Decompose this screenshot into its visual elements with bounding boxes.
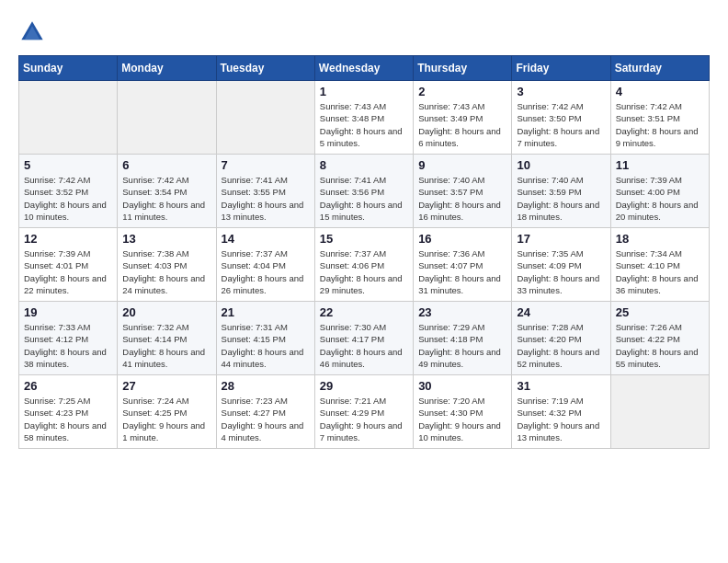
day-info: Sunrise: 7:35 AMSunset: 4:09 PMDaylight:…: [517, 247, 605, 296]
calendar-cell: 27Sunrise: 7:24 AMSunset: 4:25 PMDayligh…: [118, 375, 216, 449]
calendar-cell: 10Sunrise: 7:40 AMSunset: 3:59 PMDayligh…: [512, 155, 610, 228]
calendar-cell: 26Sunrise: 7:25 AMSunset: 4:23 PMDayligh…: [19, 375, 118, 449]
day-number: 31: [517, 379, 605, 393]
calendar-cell: 8Sunrise: 7:41 AMSunset: 3:56 PMDaylight…: [314, 155, 413, 228]
day-number: 6: [122, 158, 210, 172]
calendar-cell: [118, 81, 216, 155]
day-number: 19: [24, 305, 112, 319]
weekday-header-sunday: Sunday: [19, 56, 118, 81]
calendar-cell: 9Sunrise: 7:40 AMSunset: 3:57 PMDaylight…: [414, 155, 512, 228]
calendar-cell: 12Sunrise: 7:39 AMSunset: 4:01 PMDayligh…: [19, 228, 118, 302]
day-info: Sunrise: 7:37 AMSunset: 4:06 PMDaylight:…: [320, 247, 408, 296]
calendar-cell: 2Sunrise: 7:43 AMSunset: 3:49 PMDaylight…: [414, 81, 512, 155]
day-number: 15: [320, 232, 408, 246]
weekday-header-friday: Friday: [512, 56, 610, 81]
day-info: Sunrise: 7:43 AMSunset: 3:49 PMDaylight:…: [418, 100, 506, 149]
calendar-cell: [610, 375, 709, 449]
day-info: Sunrise: 7:38 AMSunset: 4:03 PMDaylight:…: [122, 247, 210, 296]
calendar-week-5: 26Sunrise: 7:25 AMSunset: 4:23 PMDayligh…: [19, 375, 710, 449]
calendar-week-1: 1Sunrise: 7:43 AMSunset: 3:48 PMDaylight…: [19, 81, 710, 155]
day-info: Sunrise: 7:39 AMSunset: 4:01 PMDaylight:…: [24, 247, 112, 296]
weekday-header-monday: Monday: [118, 56, 216, 81]
calendar-cell: 11Sunrise: 7:39 AMSunset: 4:00 PMDayligh…: [610, 155, 709, 228]
day-number: 17: [517, 232, 605, 246]
day-number: 1: [320, 85, 408, 98]
calendar-cell: 17Sunrise: 7:35 AMSunset: 4:09 PMDayligh…: [512, 228, 610, 302]
calendar-cell: [216, 81, 314, 155]
day-number: 11: [616, 158, 704, 172]
day-number: 12: [24, 232, 112, 246]
day-number: 2: [418, 85, 506, 98]
calendar-week-4: 19Sunrise: 7:33 AMSunset: 4:12 PMDayligh…: [19, 302, 710, 375]
calendar-cell: 18Sunrise: 7:34 AMSunset: 4:10 PMDayligh…: [610, 228, 709, 302]
day-info: Sunrise: 7:41 AMSunset: 3:55 PMDaylight:…: [222, 174, 310, 223]
calendar-table: SundayMondayTuesdayWednesdayThursdayFrid…: [18, 55, 710, 449]
calendar-cell: 21Sunrise: 7:31 AMSunset: 4:15 PMDayligh…: [216, 302, 314, 375]
day-info: Sunrise: 7:20 AMSunset: 4:30 PMDaylight:…: [418, 395, 506, 443]
calendar-cell: 19Sunrise: 7:33 AMSunset: 4:12 PMDayligh…: [19, 302, 118, 375]
calendar-week-3: 12Sunrise: 7:39 AMSunset: 4:01 PMDayligh…: [19, 228, 710, 302]
day-number: 18: [616, 232, 704, 246]
day-number: 14: [222, 232, 310, 246]
day-info: Sunrise: 7:42 AMSunset: 3:54 PMDaylight:…: [122, 174, 210, 223]
calendar-cell: 6Sunrise: 7:42 AMSunset: 3:54 PMDaylight…: [118, 155, 216, 228]
calendar-cell: 5Sunrise: 7:42 AMSunset: 3:52 PMDaylight…: [19, 155, 118, 228]
day-number: 23: [418, 305, 506, 319]
day-info: Sunrise: 7:30 AMSunset: 4:17 PMDaylight:…: [320, 321, 408, 370]
day-info: Sunrise: 7:19 AMSunset: 4:32 PMDaylight:…: [517, 395, 605, 443]
day-info: Sunrise: 7:21 AMSunset: 4:29 PMDaylight:…: [320, 395, 408, 443]
day-number: 16: [418, 232, 506, 246]
calendar-cell: 24Sunrise: 7:28 AMSunset: 4:20 PMDayligh…: [512, 302, 610, 375]
day-number: 20: [122, 305, 210, 319]
calendar-cell: 22Sunrise: 7:30 AMSunset: 4:17 PMDayligh…: [314, 302, 413, 375]
day-number: 10: [517, 158, 605, 172]
day-number: 25: [616, 305, 704, 319]
calendar-cell: 13Sunrise: 7:38 AMSunset: 4:03 PMDayligh…: [118, 228, 216, 302]
day-info: Sunrise: 7:32 AMSunset: 4:14 PMDaylight:…: [122, 321, 210, 370]
day-number: 30: [418, 379, 506, 393]
day-info: Sunrise: 7:28 AMSunset: 4:20 PMDaylight:…: [517, 321, 605, 370]
day-info: Sunrise: 7:29 AMSunset: 4:18 PMDaylight:…: [418, 321, 506, 370]
day-number: 4: [616, 85, 704, 98]
calendar-cell: 29Sunrise: 7:21 AMSunset: 4:29 PMDayligh…: [314, 375, 413, 449]
calendar-cell: 25Sunrise: 7:26 AMSunset: 4:22 PMDayligh…: [610, 302, 709, 375]
weekday-header-thursday: Thursday: [414, 56, 512, 81]
day-number: 22: [320, 305, 408, 319]
calendar-cell: 1Sunrise: 7:43 AMSunset: 3:48 PMDaylight…: [314, 81, 413, 155]
day-number: 5: [24, 158, 112, 172]
weekday-header-wednesday: Wednesday: [314, 56, 413, 81]
day-number: 7: [222, 158, 310, 172]
day-info: Sunrise: 7:24 AMSunset: 4:25 PMDaylight:…: [122, 395, 210, 443]
day-number: 28: [222, 379, 310, 393]
day-number: 21: [222, 305, 310, 319]
calendar-week-2: 5Sunrise: 7:42 AMSunset: 3:52 PMDaylight…: [19, 155, 710, 228]
day-number: 27: [122, 379, 210, 393]
logo: [18, 18, 50, 46]
day-number: 9: [418, 158, 506, 172]
calendar-cell: 15Sunrise: 7:37 AMSunset: 4:06 PMDayligh…: [314, 228, 413, 302]
calendar-cell: 4Sunrise: 7:42 AMSunset: 3:51 PMDaylight…: [610, 81, 709, 155]
calendar-cell: 31Sunrise: 7:19 AMSunset: 4:32 PMDayligh…: [512, 375, 610, 449]
calendar-cell: [19, 81, 118, 155]
day-info: Sunrise: 7:34 AMSunset: 4:10 PMDaylight:…: [616, 247, 704, 296]
calendar-cell: 14Sunrise: 7:37 AMSunset: 4:04 PMDayligh…: [216, 228, 314, 302]
day-number: 13: [122, 232, 210, 246]
calendar-cell: 3Sunrise: 7:42 AMSunset: 3:50 PMDaylight…: [512, 81, 610, 155]
day-info: Sunrise: 7:40 AMSunset: 3:59 PMDaylight:…: [517, 174, 605, 223]
page-header: [18, 18, 710, 46]
calendar-cell: 30Sunrise: 7:20 AMSunset: 4:30 PMDayligh…: [414, 375, 512, 449]
day-info: Sunrise: 7:39 AMSunset: 4:00 PMDaylight:…: [616, 174, 704, 223]
weekday-header-tuesday: Tuesday: [216, 56, 314, 81]
calendar-cell: 23Sunrise: 7:29 AMSunset: 4:18 PMDayligh…: [414, 302, 512, 375]
day-info: Sunrise: 7:37 AMSunset: 4:04 PMDaylight:…: [222, 247, 310, 296]
day-info: Sunrise: 7:42 AMSunset: 3:51 PMDaylight:…: [616, 100, 704, 149]
calendar-cell: 16Sunrise: 7:36 AMSunset: 4:07 PMDayligh…: [414, 228, 512, 302]
day-info: Sunrise: 7:40 AMSunset: 3:57 PMDaylight:…: [418, 174, 506, 223]
day-info: Sunrise: 7:42 AMSunset: 3:50 PMDaylight:…: [517, 100, 605, 149]
day-info: Sunrise: 7:43 AMSunset: 3:48 PMDaylight:…: [320, 100, 408, 149]
calendar-cell: 20Sunrise: 7:32 AMSunset: 4:14 PMDayligh…: [118, 302, 216, 375]
day-info: Sunrise: 7:25 AMSunset: 4:23 PMDaylight:…: [24, 395, 112, 443]
day-info: Sunrise: 7:31 AMSunset: 4:15 PMDaylight:…: [222, 321, 310, 370]
day-number: 26: [24, 379, 112, 393]
day-info: Sunrise: 7:23 AMSunset: 4:27 PMDaylight:…: [222, 395, 310, 443]
